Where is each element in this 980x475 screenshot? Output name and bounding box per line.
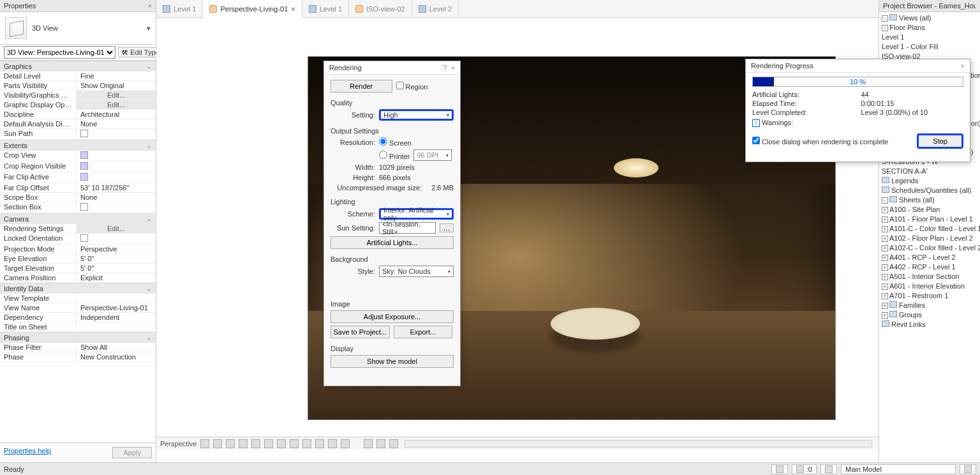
tree-twisty[interactable]: + [882, 236, 888, 242]
tree-node[interactable]: +A101 - Floor Plan - Level 1 [880, 215, 979, 224]
tree-twisty[interactable]: + [882, 274, 888, 280]
vcb-scale[interactable]: Perspective [160, 440, 197, 448]
property-row[interactable]: Phase FilterShow All [0, 343, 156, 352]
document-tab[interactable]: Perspective-Living-01× [203, 0, 302, 18]
property-row[interactable]: Crop View [0, 151, 156, 162]
tree-node[interactable]: Schedules/Quantities (all) [880, 186, 979, 195]
family-selector[interactable]: 3D View ▾ [0, 12, 156, 44]
close-on-complete-checkbox[interactable]: Close dialog when rendering is complete [752, 137, 888, 146]
adjust-exposure-button[interactable]: Adjust Exposure... [330, 310, 454, 323]
vcb-icon[interactable] [251, 439, 260, 448]
status-widget[interactable] [960, 464, 976, 474]
tree-node[interactable]: -Sheets (all) [880, 195, 979, 205]
sun-setting-select[interactable]: <In-session, Still> [379, 222, 436, 234]
group-header[interactable]: Phasing⌄ [0, 332, 156, 343]
tree-twisty[interactable]: + [882, 264, 888, 271]
view-instance-select[interactable]: 3D View: Perspective-Living-01 [4, 46, 115, 59]
property-row[interactable]: Projection ModePerspective [0, 245, 156, 254]
property-row[interactable]: Far Clip Offset53' 10 187/256" [0, 183, 156, 193]
property-row[interactable]: Crop Region Visible [0, 162, 156, 172]
vcb-icon[interactable] [290, 439, 299, 448]
region-checkbox[interactable]: Region [396, 82, 428, 91]
tree-twisty[interactable]: + [882, 226, 888, 232]
vcb-icon[interactable] [239, 439, 248, 448]
tree-twisty[interactable]: + [882, 255, 888, 261]
tree-twisty[interactable]: + [882, 283, 888, 290]
tree-node[interactable]: +A601 - Interior Elevation [880, 282, 979, 291]
vcb-icon[interactable] [226, 439, 235, 448]
tree-node[interactable]: +A101-C - Color filled - Level 1 [880, 224, 979, 234]
tree-node[interactable]: +Families [880, 301, 979, 310]
tree-twisty[interactable]: - [882, 15, 888, 22]
property-row[interactable]: Locked Orientation [0, 234, 156, 245]
quality-setting-select[interactable]: High▾ [379, 109, 454, 121]
property-row[interactable]: View NamePerspective-Living-01 [0, 303, 156, 313]
property-row[interactable]: Camera PositionExplicit [0, 273, 156, 283]
vcb-icon[interactable] [302, 439, 311, 448]
vcb-icon[interactable] [213, 439, 222, 448]
property-row[interactable]: Sun Path [0, 129, 156, 140]
document-tab[interactable]: Level 2 [412, 0, 459, 17]
property-row[interactable]: PhaseNew Construction [0, 352, 156, 362]
group-header[interactable]: Identity Data⌄ [0, 283, 156, 294]
resolution-printer-radio[interactable]: Printer [379, 151, 410, 160]
vcb-icon[interactable] [200, 439, 209, 448]
tree-node[interactable]: Legends [880, 176, 979, 186]
group-header[interactable]: Extents⌄ [0, 140, 156, 151]
tree-twisty[interactable]: + [882, 216, 888, 223]
tree-node[interactable]: -Floor Plans [880, 23, 979, 33]
lighting-scheme-select[interactable]: Interior: Artificial only▾ [379, 208, 454, 220]
apply-button[interactable]: Apply [112, 447, 152, 458]
horizontal-scrollbar[interactable] [405, 440, 872, 448]
property-row[interactable]: Visibility/Graphics Overr...Edit... [0, 91, 156, 100]
save-to-project-button[interactable]: Save to Project... [330, 326, 390, 338]
property-row[interactable]: Target Elevation5' 0" [0, 264, 156, 273]
tree-node[interactable]: -Views (all) [880, 13, 979, 23]
vcb-icon[interactable] [364, 439, 373, 448]
help-icon[interactable]: ? [443, 64, 447, 72]
tree-twisty[interactable]: + [882, 293, 888, 299]
property-row[interactable]: Graphic Display OptionsEdit... [0, 100, 156, 110]
close-icon[interactable]: × [451, 64, 455, 72]
tree-node[interactable]: +A102 - Floor Plan - Level 2 [880, 234, 979, 243]
vcb-icon[interactable] [376, 439, 385, 448]
close-icon[interactable]: × [291, 5, 295, 13]
property-row[interactable]: Default Analysis Display ...None [0, 119, 156, 129]
render-button[interactable]: Render [330, 80, 392, 93]
property-row[interactable]: Far Clip Active [0, 172, 156, 183]
property-row[interactable]: Rendering SettingsEdit... [0, 224, 156, 234]
tree-node[interactable]: +A401 - RCP - Level 2 [880, 253, 979, 262]
tree-node[interactable]: Level 1 - Color Fill [880, 42, 979, 52]
document-tab[interactable]: Level 1 [302, 0, 349, 17]
tree-node[interactable]: SECTION A-A' [880, 167, 979, 176]
vcb-icon[interactable] [341, 439, 350, 448]
close-icon[interactable]: × [961, 62, 965, 70]
show-model-button[interactable]: Show the model [330, 355, 454, 368]
tree-twisty[interactable]: + [882, 312, 888, 319]
status-widget[interactable] [771, 464, 788, 474]
export-button[interactable]: Export... [394, 326, 453, 338]
tree-node[interactable]: +A100 - Site Plan [880, 205, 979, 215]
sun-setting-browse[interactable]: … [440, 223, 454, 232]
tree-node[interactable]: Revit Links [880, 320, 979, 329]
resolution-screen-radio[interactable]: Screen [379, 137, 412, 147]
property-row[interactable]: Parts VisibilityShow Original [0, 81, 156, 91]
group-header[interactable]: Camera⌄ [0, 213, 156, 224]
tree-twisty[interactable]: + [882, 207, 888, 213]
document-tab[interactable]: ISO-view-02 [349, 0, 412, 17]
property-row[interactable]: View Template [0, 294, 156, 303]
tree-twisty[interactable]: - [882, 197, 888, 204]
artificial-lights-button[interactable]: Artificial Lights... [330, 236, 454, 249]
properties-help-link[interactable]: Properties help [4, 447, 51, 458]
vcb-icon[interactable] [328, 439, 337, 448]
property-row[interactable]: Title on Sheet [0, 322, 156, 332]
property-row[interactable]: DisciplineArchitectural [0, 110, 156, 119]
property-row[interactable]: Eye Elevation5' 0" [0, 254, 156, 264]
tree-node[interactable]: +A102-C - Color filled - Level 2 [880, 243, 979, 253]
property-row[interactable]: Scope BoxNone [0, 193, 156, 202]
group-header[interactable]: Graphics⌄ [0, 61, 156, 72]
tree-node[interactable]: +A402 - RCP - Level 1 [880, 262, 979, 272]
property-row[interactable]: DependencyIndependent [0, 313, 156, 322]
vcb-icon[interactable] [277, 439, 286, 448]
document-tab[interactable]: Level 1 [156, 0, 203, 17]
